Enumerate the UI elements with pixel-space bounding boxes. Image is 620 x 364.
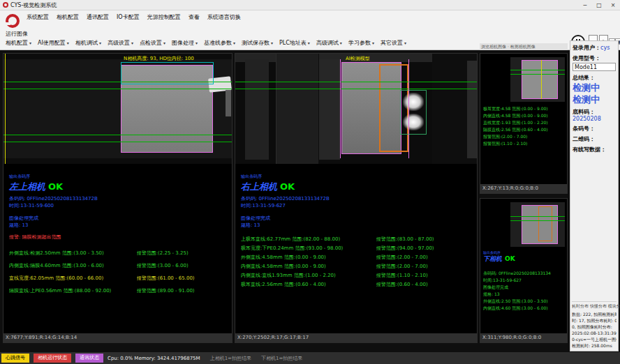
image-overlay-text: AI检测模型 <box>346 55 370 62</box>
toolbar-item-image-process[interactable]: 图像处理▾ <box>172 39 198 47</box>
measurement-row: 直线宽度:62.05mm 范围:(60.00 - 66.00)报警范围:(61.… <box>9 272 229 285</box>
measurement-text: 内侧直线:4.60 范围:(3.00 - 6.00) <box>483 305 566 312</box>
alarm-range-text: 报警范围:(3.00 - 6.00) <box>137 259 229 272</box>
measurement-text: 内侧直线:4.58 范围:(0.00 - 9.00) <box>483 112 566 119</box>
measurement-row: 外侧直线:4.58mm 范围:(0.00 - 9.00)报警范围:(2.00 -… <box>241 253 474 262</box>
roi-box <box>121 62 214 84</box>
menu-item-language-switch[interactable]: 系统语言切换 <box>207 13 241 21</box>
measurement-text: 直线宽度:62.05mm 范围:(60.00 - 66.00) <box>9 272 137 285</box>
camera-name: 左上相机 <box>9 181 45 192</box>
part-region-outline <box>522 60 558 99</box>
alarm-range-text: 报警范围:(1.10 - 2.10) <box>376 271 474 280</box>
measurement-text: 内侧直线:4.58mm 范围:(0.00 - 9.00) <box>241 262 376 271</box>
toolbar-item-label: 点检设置 <box>140 39 162 47</box>
image-overlay-text: N相机高度: 93, HD位内径: 100 <box>124 55 194 62</box>
menu-item-view[interactable]: 查看 <box>189 13 200 21</box>
menu-item-comm-config[interactable]: 通讯配置 <box>87 13 109 21</box>
camera-thumbnail-bottom[interactable] <box>510 202 565 247</box>
alarm-range-text: 报警范围:(2.00 - 7.00) <box>376 253 474 262</box>
camera-thumbnail-top[interactable] <box>510 57 565 102</box>
total-result-value-1: 检测中 <box>573 82 616 93</box>
toolbar-item-advanced-settings[interactable]: 高级设置▾ <box>108 39 133 47</box>
camera-panel-small-bottom: 输出条码序 下相机OK 条码码: 0FFline20250208133134 时… <box>480 198 568 343</box>
measurement-row: 内侧直线:4.58mm 范围:(0.00 - 9.00)报警范围:(2.00 -… <box>241 262 474 271</box>
write-data-label: 有线写数据： <box>573 146 616 153</box>
alarm-range-text: 报警范围:(2.00 - 7.00) <box>376 262 474 271</box>
titlebar: CYS-视觉检测系统 ─ □ × <box>0 0 620 10</box>
toolbar-item-other-settings[interactable]: 其它设置▾ <box>381 39 406 47</box>
reference-line-vertical <box>340 59 341 158</box>
qrcode-label: 二维码： <box>573 135 616 143</box>
measurement-text: 直线宽度:1.93 范围:(1.00 - 2.20) <box>483 119 566 126</box>
chevron-down-icon: ▾ <box>131 40 133 45</box>
toolbar-item-label: 其它设置 <box>381 39 403 47</box>
measure-line <box>510 74 565 75</box>
toolbar-item-label: 相机配置 <box>6 39 28 47</box>
chevron-down-icon: ▾ <box>372 40 374 45</box>
toolbar-item-spot-check[interactable]: 点检设置▾ <box>140 39 165 47</box>
toolbar-item-plc-address[interactable]: PLC地址表▾ <box>279 39 310 47</box>
toolbar-item-camera-config[interactable]: 相机配置▾ <box>6 39 31 47</box>
close-button[interactable]: × <box>606 0 620 10</box>
measurement-row: 上极耳直线:62.77mm 范围:(82.00 - 88.00)报警范围:(83… <box>241 235 474 244</box>
menu-item-light-config[interactable]: 光源控制配置 <box>147 13 181 21</box>
alarm-range-text: 报警范围:(94.00 - 97.00) <box>376 244 474 253</box>
toolbar-item-ai-config[interactable]: AI使用配置▾ <box>38 39 69 47</box>
measurement-text: 外侧直线:2.50 范围:(3.00 - 3.50) <box>483 298 566 305</box>
measurement-row: 外侧直线:检测2.50mm 范围:(3.00 - 3.50)报警范围:(2.25… <box>9 247 229 259</box>
model-input[interactable]: Mode11 <box>573 63 616 71</box>
pixel-coordinate-bar: X:267;Y:13;R:0;G:0;B:0 <box>480 184 567 193</box>
toolbar-item-learn-params[interactable]: 学习参数▾ <box>348 39 374 47</box>
measurement-text: 上极耳直线:62.77mm 范围:(82.00 - 88.00) <box>241 235 376 244</box>
measure-line <box>3 89 232 89</box>
material-code-label: 底料码： <box>573 108 616 116</box>
company-logo-icon <box>6 14 20 28</box>
process-status-text: 图像处理完成 <box>241 215 474 222</box>
stats-tabs[interactable]: 耗时分布 快慢分布 模块分布 <box>572 303 617 310</box>
camera2-result-text: 下相机1=拍照结果 <box>261 355 302 362</box>
toolbar-item-label: 高级调试 <box>316 39 339 47</box>
time-text: 时间:13-31-59-627 <box>241 202 474 209</box>
result-text-left: 输出条码序 左上相机OK 条码码: 0FFline202502081331347… <box>9 174 229 297</box>
toolbar-item-label: 测试保存数 <box>242 39 270 47</box>
menu-item-system-config[interactable]: 系统配置 <box>27 13 49 21</box>
measure-line <box>510 216 565 217</box>
measurement-text: 隔膜直线:上PE0.56mm 范围:(88.00 - 92.00) <box>9 285 137 297</box>
menu-item-io-config[interactable]: IO卡配置 <box>117 13 140 21</box>
menu-item-camera-config[interactable]: 相机配置 <box>57 13 79 21</box>
time-text: 时间:13-31-59-600 <box>9 202 229 209</box>
camera-name: 右上相机 <box>241 181 277 192</box>
camera-image-right[interactable]: AI检测模型 <box>235 54 477 164</box>
tab-run-image[interactable]: 运行图像 <box>6 30 28 38</box>
maximize-button[interactable]: □ <box>592 0 606 10</box>
toolbar-item-label: 图像处理 <box>172 39 194 47</box>
chevron-down-icon: ▾ <box>163 40 165 45</box>
toolbar-item-camera-debug[interactable]: 相机调试▾ <box>75 39 101 47</box>
measurement-list: 条码码: 0FFline20250208133134 时间:13-31-59-6… <box>483 270 566 312</box>
image-view-mode-bar[interactable]: 浏览相机图像 · 检测相机图像 <box>480 43 568 50</box>
measure-line <box>3 135 232 135</box>
app-window: CYS-视觉检测系统 ─ □ × 系统配置 相机配置 通讯配置 IO卡配置 光源… <box>0 0 620 364</box>
toolbar-item-label: 高级设置 <box>108 39 130 47</box>
camera-panel-left: N相机高度: 93, HD位内径: 100 输出条码序 左上相机OK 条码码: … <box>3 53 232 343</box>
measurement-text: 规格: 13 <box>483 291 566 298</box>
measurement-row: 隔膜直线:上PE0.56mm 范围:(88.00 - 92.00)报警范围:(8… <box>9 285 229 297</box>
chevron-down-icon: ▾ <box>99 40 101 45</box>
toolbar-item-baseline-params[interactable]: 基准线参数▾ <box>204 39 235 47</box>
heartbeat-badge: 心跳信号 <box>1 354 29 363</box>
chevron-down-icon: ▾ <box>340 40 342 45</box>
measurement-text: 极耳宽度:4.58 范围:(0.00 - 9.00) <box>483 105 566 112</box>
toolbar-item-test-save[interactable]: 测试保存数▾ <box>242 39 273 47</box>
measurement-list: 极耳宽度:4.58 范围:(0.00 - 9.00) 内侧直线:4.58 范围:… <box>483 105 566 147</box>
alarm-range-text: 报警范围:(2.25 - 3.25) <box>137 247 229 259</box>
toolbar-item-advanced-debug[interactable]: 高级调试▾ <box>316 39 342 47</box>
measurement-text: 条码码: 0FFline20250208133134 <box>483 270 566 277</box>
measurement-text: 外侧直线:检测2.50mm 范围:(3.00 - 3.50) <box>9 247 137 259</box>
barcode-output-label: 输出条码序 <box>241 174 474 180</box>
toolbar-item-label: 相机调试 <box>75 39 98 47</box>
result-status: OK <box>505 255 515 262</box>
camera-panel-small-top: 极耳宽度:4.58 范围:(0.00 - 9.00) 内侧直线:4.58 范围:… <box>480 53 568 194</box>
minimize-button[interactable]: ─ <box>578 0 592 10</box>
measurement-row: 极耳宽度:下PE0.24mm 范围:(93.00 - 98.00)报警范围:(9… <box>241 244 474 253</box>
camera-image-left[interactable]: N相机高度: 93, HD位内径: 100 <box>3 54 232 164</box>
